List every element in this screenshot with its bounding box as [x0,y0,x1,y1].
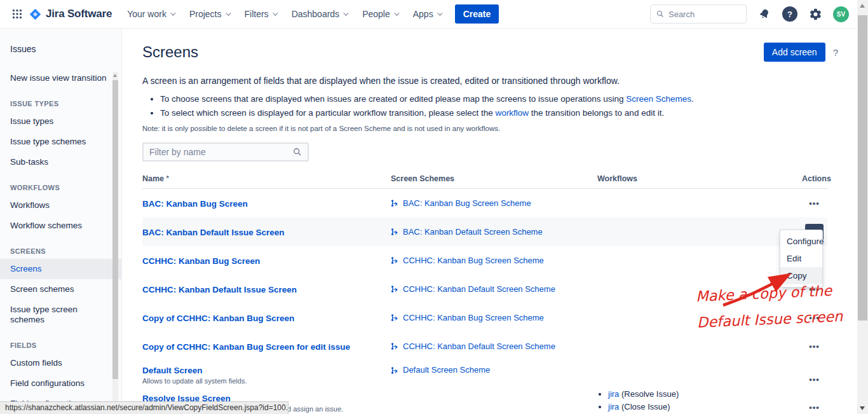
scheme-icon [391,314,399,322]
sidebar-item-issue-type-schemes[interactable]: Issue type schemes [0,132,121,152]
workflow-usage-item: jira (Resolve Issue) [608,389,802,399]
nav-people[interactable]: People [362,9,398,19]
screen-scheme-link[interactable]: BAC: Kanban Bug Screen Scheme [403,198,531,208]
scrollbar-thumb[interactable] [112,80,118,379]
nav-projects[interactable]: Projects [189,9,229,19]
screen-name-link[interactable]: Default Screen [142,366,203,375]
menu-item-edit[interactable]: Edit [780,250,822,267]
settings-gear-icon[interactable] [807,6,824,22]
notifications-bell-icon[interactable] [756,6,773,22]
product-name: Jira Software [46,8,112,20]
column-actions: Actions [802,174,832,183]
sidebar-item-screens[interactable]: Screens [0,259,121,279]
page-help-icon[interactable]: ? [833,47,838,58]
table-row: BAC: Kanban Bug Screen BAC: Kanban Bug S… [142,189,827,217]
sidebar-section-issue-types: ISSUE TYPES [0,91,121,111]
chevron-down-icon [170,10,175,15]
scheme-icon [391,285,399,293]
annotation-arrow-icon [718,266,801,310]
search-icon [656,10,664,18]
nav-filters[interactable]: Filters [245,9,276,19]
scheme-icon [391,256,399,265]
scroll-up-icon[interactable] [113,74,117,77]
table-row: BAC: Kanban Default Issue Screen BAC: Ka… [142,217,827,246]
search-input[interactable] [668,10,740,19]
sidebar-section-workflows: WORKFLOWS [0,175,121,195]
workflow-link[interactable]: workflow [496,108,529,118]
nav-your-work[interactable]: Your work [127,9,174,19]
screen-name-link[interactable]: BAC: Kanban Bug Screen [142,199,248,209]
sort-indicator-icon: * [166,174,169,182]
more-actions-icon[interactable] [805,399,824,414]
sidebar-item-workflows[interactable]: Workflows [0,195,121,216]
scheme-icon [391,342,399,350]
more-actions-icon[interactable] [805,371,824,387]
chevron-down-icon [343,10,348,15]
sidebar-item-issue-type-screen-schemes[interactable]: Issue type screen schemes [0,300,121,330]
more-actions-icon[interactable] [805,195,824,212]
scrollbar-thumb[interactable] [858,15,867,321]
link-preview-status-bar: https://shanazcheck.atlassian.net/secure… [0,401,288,414]
screen-scheme-link[interactable]: CCHHC: Kanban Default Screen Scheme [403,284,555,294]
help-icon[interactable]: ? [782,6,797,22]
nav-dashboards[interactable]: Dashboards [292,9,348,19]
chevron-down-icon [394,10,399,15]
screen-name-link[interactable]: CCHHC: Kanban Bug Screen [142,256,260,266]
admin-sidebar: Issues New issue view transition ISSUE T… [0,29,122,414]
intro-text: A screen is an arrangement of fields tha… [142,76,838,86]
workflow-name-link[interactable]: jira [608,402,619,411]
scheme-icon [391,228,399,236]
sidebar-item-sub-tasks[interactable]: Sub-tasks [0,152,121,172]
create-button[interactable]: Create [455,4,499,24]
navbar-right: ? SV [650,4,849,24]
table-header: Name * Screen Schemes Workflows Actions [142,174,827,189]
chevron-down-icon [273,10,278,15]
screen-name-link[interactable]: BAC: Kanban Default Issue Screen [142,228,285,237]
table-row: Copy of CCHHC: Kanban Bug Screen for edi… [142,332,827,361]
sidebar-title: Issues [0,44,121,54]
sidebar-item-screen-schemes[interactable]: Screen schemes [0,279,121,300]
sidebar-scrollbar[interactable] [112,72,118,403]
screen-scheme-link[interactable]: Default Screen Scheme [403,365,490,375]
chevron-down-icon [437,10,442,15]
scroll-up-icon[interactable] [860,4,865,8]
filter-box [142,142,309,162]
chevron-down-icon [226,10,231,15]
screen-name-link[interactable]: Copy of CCHHC: Kanban Bug Screen for edi… [142,342,350,352]
intro-bullet-list: To choose screens that are displayed whe… [160,94,838,118]
sidebar-item-workflow-schemes[interactable]: Workflow schemes [0,216,121,236]
user-avatar[interactable]: SV [833,6,849,22]
screen-name-link[interactable]: Copy of CCHHC: Kanban Bug Screen [142,314,294,323]
sidebar-item-new-issue-view-transition[interactable]: New issue view transition [0,68,121,88]
column-screen-schemes: Screen Schemes [391,174,597,183]
screen-scheme-link[interactable]: CCHHC: Kanban Bug Screen Scheme [403,313,544,322]
sidebar-item-field-configurations[interactable]: Field configurations [0,373,121,394]
column-name[interactable]: Name * [142,174,391,183]
search-icon [293,148,302,156]
global-search[interactable] [650,4,747,24]
page-scrollbar[interactable] [857,0,868,414]
sidebar-item-custom-fields[interactable]: Custom fields [0,353,121,373]
jira-diamond-icon [29,8,41,20]
top-navbar: Jira Software Your work Projects Filters… [0,0,868,29]
column-workflows: Workflows [597,174,802,183]
add-screen-button[interactable]: Add screen [764,43,825,62]
screen-scheme-link[interactable]: CCHHC: Kanban Bug Screen Scheme [403,256,544,265]
screen-scheme-link[interactable]: CCHHC: Kanban Default Screen Scheme [403,342,555,351]
scroll-down-icon[interactable] [860,406,865,410]
sidebar-section-screens: SCREENS [0,238,121,259]
sidebar-item-issue-types[interactable]: Issue types [0,111,121,132]
more-actions-icon[interactable] [805,338,824,355]
jira-logo[interactable]: Jira Software [29,8,112,20]
workflow-usage-list: jira (Resolve Issue) jira (Close Issue) … [608,389,802,414]
app-switcher-icon[interactable] [9,6,25,22]
workflow-usage-item: jira (Close Issue) [608,402,802,411]
screen-name-link[interactable]: CCHHC: Kanban Default Issue Screen [142,285,297,294]
workflow-name-link[interactable]: jira [608,389,619,399]
nav-apps[interactable]: Apps [413,9,441,19]
filter-by-name-input[interactable] [149,147,293,157]
menu-item-configure[interactable]: Configure [780,233,822,250]
screen-schemes-link[interactable]: Screen Schemes [626,94,691,104]
screen-scheme-link[interactable]: BAC: Kanban Default Screen Scheme [403,227,543,237]
bullet-workflow: To select which screen is displayed for … [160,108,838,118]
